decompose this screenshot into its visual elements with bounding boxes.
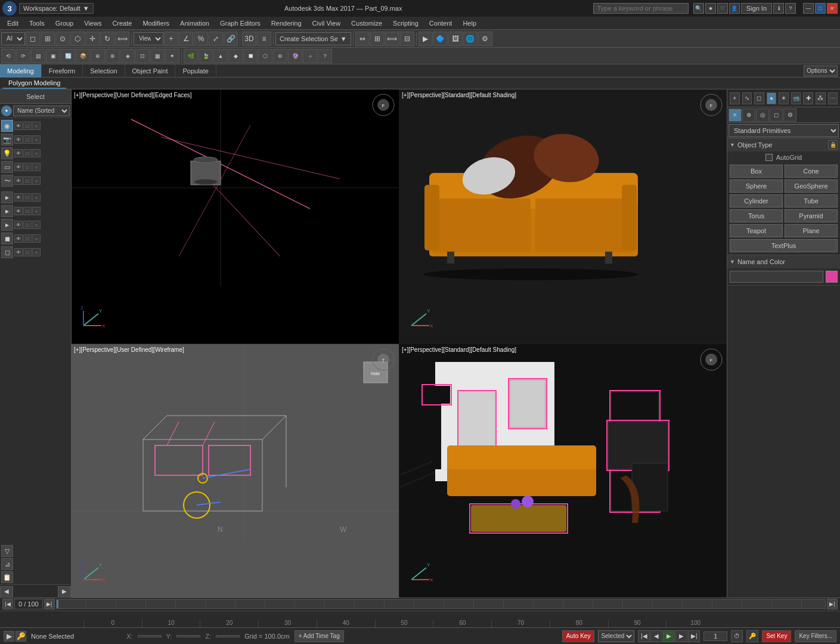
goto-end-button[interactable]: ▶| — [688, 630, 700, 642]
view-dropdown[interactable]: View — [134, 32, 163, 45]
vis-icon-5[interactable]: □ — [23, 135, 32, 144]
rp-more-icon[interactable]: ⋯ — [828, 92, 838, 104]
nav-next-button[interactable]: ▶ — [58, 586, 71, 597]
vis-icon-23[interactable]: □ — [23, 221, 32, 229]
vis-icon-26[interactable]: □ — [23, 234, 32, 243]
object-name-input[interactable] — [730, 271, 823, 283]
sub-tool-10[interactable]: ⊡ — [135, 49, 150, 63]
layers-icon[interactable]: 📋 — [1, 571, 13, 583]
filter-dropdown[interactable]: All — [1, 32, 25, 45]
prim-cylinder[interactable]: Cylinder — [730, 194, 783, 208]
viewport-1[interactable]: [+][Perspective][User Defined][Edged Fac… — [72, 89, 399, 343]
rp-tab-modify[interactable]: ≡ — [729, 109, 742, 122]
obj-paint-1[interactable]: 🌿 — [184, 49, 198, 63]
tool-6[interactable]: ◼ — [1, 233, 13, 244]
help-button[interactable]: ? — [785, 3, 796, 14]
create-selection-button[interactable]: Create Selection Se ▼ — [275, 32, 351, 45]
vis-icon-2[interactable]: □ — [23, 122, 32, 130]
obj-paint-3[interactable]: ▲ — [213, 49, 228, 63]
sub-tool-3[interactable]: ▤ — [31, 49, 45, 63]
prim-box[interactable]: Box — [730, 165, 783, 178]
array-tool[interactable]: ⊟ — [400, 32, 414, 46]
vis-icon-14[interactable]: □ — [23, 177, 32, 185]
rp-tab-hierarchy[interactable]: ⊕ — [742, 109, 755, 122]
bone-icon[interactable]: 〜 — [1, 175, 13, 187]
set-key-button[interactable]: Set Key — [762, 630, 791, 642]
search-input[interactable] — [593, 3, 689, 14]
key-mode-button[interactable]: 🔑 — [746, 630, 758, 642]
timeline-bar[interactable] — [56, 599, 826, 609]
current-frame[interactable]: 1 — [703, 631, 727, 641]
menu-group[interactable]: Group — [51, 18, 79, 28]
filter-1-icon[interactable]: ▽ — [1, 545, 13, 557]
sub-tool-2[interactable]: ⟳ — [16, 49, 30, 63]
rp-add-icon[interactable]: + — [730, 92, 740, 104]
vis-icon-17[interactable]: □ — [23, 193, 32, 202]
expand-icon-1[interactable]: ▶ — [1, 191, 13, 203]
sign-in-button[interactable]: Sign In — [741, 3, 772, 14]
vis-icon-9[interactable]: ○ — [32, 149, 41, 157]
tab-object-paint[interactable]: Object Paint — [125, 64, 176, 78]
render-frame[interactable]: 🖼 — [448, 32, 463, 46]
vis-icon-8[interactable]: □ — [23, 149, 32, 157]
nav-prev-button[interactable]: ◀ — [0, 586, 13, 597]
rp-light-icon[interactable]: ☀ — [779, 92, 789, 104]
expand-icon-3[interactable]: ▶ — [1, 219, 13, 231]
rotate-tool[interactable]: ↻ — [100, 32, 114, 46]
color-swatch[interactable] — [826, 271, 838, 283]
add-time-tag-button[interactable]: + Add Time Tag — [295, 630, 344, 642]
obj-paint-6[interactable]: ⬡ — [258, 49, 272, 63]
light-icon[interactable]: 💡 — [1, 147, 13, 159]
section-lock-icon[interactable]: 🔒 — [828, 140, 838, 150]
prim-teapot[interactable]: Teapot — [730, 224, 783, 237]
vis-icon-16[interactable]: 👁 — [14, 193, 23, 202]
menu-rendering[interactable]: Rendering — [266, 18, 306, 28]
menu-civil-view[interactable]: Civil View — [308, 18, 345, 28]
auto-key-button[interactable]: Auto Key — [562, 630, 595, 642]
viewport-3[interactable]: [+][Perspective][User Defined][Wireframe… — [72, 344, 399, 598]
menu-graph-editors[interactable]: Graph Editors — [215, 18, 265, 28]
sub-tool-1[interactable]: ⟲ — [1, 49, 16, 63]
favorites-icon[interactable]: ♡ — [717, 3, 728, 14]
obj-paint-4[interactable]: ◆ — [228, 49, 243, 63]
tab-freeform[interactable]: Freeform — [42, 64, 83, 78]
prim-tube[interactable]: Tube — [785, 194, 838, 208]
rp-helper-icon[interactable]: ✚ — [803, 92, 813, 104]
tab-populate[interactable]: Populate — [175, 64, 216, 78]
vis-icon-15[interactable]: ○ — [32, 177, 41, 185]
vis-icon-22[interactable]: 👁 — [14, 221, 23, 229]
spacing-tool[interactable]: ⟺ — [385, 32, 399, 46]
tab-options-dropdown[interactable]: Options — [804, 66, 838, 76]
scale-tool[interactable]: ⟺ — [115, 32, 129, 46]
search-icon[interactable]: 🔍 — [693, 3, 704, 14]
info-icon[interactable]: ℹ — [773, 3, 784, 14]
menu-customize[interactable]: Customize — [346, 18, 387, 28]
obj-paint-9[interactable]: ⟐ — [303, 49, 317, 63]
3d-snap[interactable]: 3D — [242, 32, 256, 46]
time-config-button[interactable]: ⏱ — [731, 630, 743, 642]
maximize-button[interactable]: □ — [815, 3, 826, 14]
move-tool[interactable]: ✛ — [85, 32, 100, 46]
mirror-tool[interactable]: ⇔ — [355, 32, 370, 46]
vis-icon-20[interactable]: □ — [23, 207, 32, 215]
filter-icon[interactable]: ● — [1, 106, 12, 116]
menu-edit[interactable]: Edit — [2, 18, 23, 28]
tab-selection[interactable]: Selection — [83, 64, 125, 78]
key-filters-button[interactable]: Key Filters... — [795, 630, 836, 642]
vis-icon-29[interactable]: □ — [23, 248, 32, 256]
filter-2-icon[interactable]: ⊿ — [1, 558, 13, 570]
spinner-snap[interactable]: ⤢ — [209, 32, 223, 46]
tl-end-key[interactable]: ▶| — [827, 599, 838, 609]
snap-angle[interactable]: ∠ — [179, 32, 193, 46]
vis-icon-19[interactable]: 👁 — [14, 207, 23, 215]
vis-icon-3[interactable]: ○ — [32, 122, 41, 130]
rp-tab-display[interactable]: ◻ — [770, 109, 783, 122]
select-tool[interactable]: ◻ — [26, 32, 40, 46]
vis-icon-13[interactable]: 👁 — [14, 177, 23, 185]
menu-tools[interactable]: Tools — [24, 18, 49, 28]
z-coord-value[interactable] — [216, 635, 240, 637]
select-region-circle[interactable]: ⊙ — [55, 32, 70, 46]
camera-icon[interactable]: 📷 — [1, 134, 13, 145]
vis-icon-24[interactable]: ○ — [32, 221, 41, 229]
tab-modeling[interactable]: Modeling — [0, 64, 42, 78]
